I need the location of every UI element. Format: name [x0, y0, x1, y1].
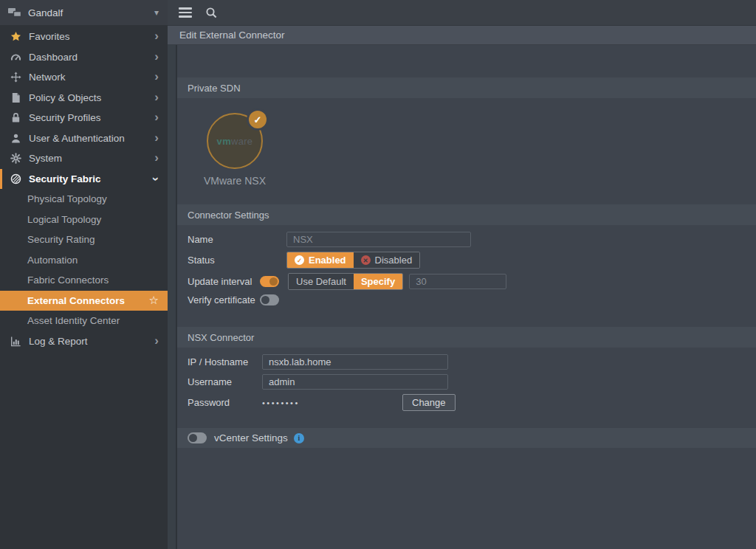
sidebar-subitem-fabric-connectors[interactable]: Fabric Connectors	[0, 270, 168, 291]
gear-icon	[10, 153, 22, 165]
connector-card-label: VMware NSX	[196, 175, 273, 187]
search-icon[interactable]	[205, 7, 218, 19]
section-header-nsx-connector: NSX Connector	[177, 327, 756, 348]
update-interval-row: Update interval Use Default Specify	[188, 273, 756, 290]
sidebar-item-security-profiles[interactable]: Security Profiles ›	[0, 108, 168, 128]
sidebar-item-policy-objects[interactable]: Policy & Objects ›	[0, 88, 168, 108]
update-interval-label: Update interval	[188, 276, 260, 287]
vcenter-settings-toggle[interactable]	[188, 432, 207, 443]
move-arrows-icon	[10, 72, 22, 83]
username-row: Username	[188, 374, 756, 390]
section-header-vcenter-settings: vCenter Settings i	[177, 428, 756, 448]
vmware-nsx-logo: vmware ✓	[207, 113, 263, 169]
name-label: Name	[188, 234, 286, 245]
sidebar-subitem-label: Logical Topology	[27, 214, 159, 225]
sidebar-item-label: Dashboard	[29, 52, 154, 63]
top-toolbar	[168, 0, 756, 26]
change-password-button[interactable]: Change	[402, 394, 456, 411]
chevron-right-icon: ›	[154, 334, 159, 348]
sidebar-item-dashboard[interactable]: Dashboard ›	[0, 47, 168, 68]
content-gutter	[168, 45, 177, 549]
page-title: Edit External Connector	[168, 26, 756, 45]
chevron-right-icon: ›	[154, 151, 159, 165]
sidebar-subitem-label: Physical Topology	[27, 193, 159, 204]
username-field[interactable]	[262, 374, 448, 390]
gauge-icon	[10, 51, 22, 63]
section-header-private-sdn: Private SDN	[177, 77, 756, 98]
sidebar-item-log-report[interactable]: Log & Report ›	[0, 331, 168, 352]
password-mask: ••••••••	[262, 398, 402, 407]
sidebar-item-network[interactable]: Network ›	[0, 67, 168, 88]
sidebar-subitem-label: Fabric Connectors	[27, 274, 159, 286]
device-selector[interactable]: Gandalf ▾	[0, 0, 168, 25]
sidebar-subitem-automation[interactable]: Automation	[0, 250, 168, 271]
device-hostname: Gandalf	[28, 7, 154, 18]
favorite-star-outline-icon[interactable]: ☆	[149, 294, 159, 307]
sidebar-item-security-fabric[interactable]: Security Fabric ›	[0, 169, 168, 190]
chevron-right-icon: ›	[154, 131, 159, 145]
ip-hostname-row: IP / Hostname	[188, 354, 756, 370]
password-row: Password •••••••• Change	[188, 394, 756, 411]
sidebar-item-label: Log & Report	[29, 336, 154, 347]
sidebar-item-label: Security Profiles	[29, 112, 154, 123]
ip-hostname-field[interactable]	[262, 354, 448, 370]
verify-certificate-label: Verify certificate	[188, 294, 260, 305]
use-default-button-label: Use Default	[296, 276, 346, 287]
use-default-button[interactable]: Use Default	[289, 274, 354, 289]
chevron-right-icon: ›	[154, 50, 159, 64]
status-enabled-button[interactable]: ✓ Enabled	[287, 252, 354, 268]
vcenter-settings-label: vCenter Settings	[214, 432, 288, 443]
enabled-button-label: Enabled	[309, 255, 346, 266]
sidebar-subitem-security-rating[interactable]: Security Rating	[0, 229, 168, 250]
sidebar-subitem-label: Automation	[27, 255, 159, 266]
chevron-right-icon: ›	[154, 30, 159, 44]
name-row: Name	[188, 232, 756, 247]
username-label: Username	[188, 376, 262, 387]
sidebar-subitem-asset-identity-center[interactable]: Asset Identity Center	[0, 311, 168, 331]
specify-button-label: Specify	[361, 276, 395, 287]
caret-down-icon: ▾	[154, 7, 159, 18]
sidebar-subitem-external-connectors[interactable]: External Connectors ☆	[0, 291, 168, 311]
fortigate-app-window: Gandalf ▾ Favorites › Dashboard ›	[0, 0, 756, 549]
star-icon	[10, 31, 22, 43]
sidebar-subitem-physical-topology[interactable]: Physical Topology	[0, 189, 168, 210]
sidebar-item-label: Network	[29, 72, 154, 83]
connector-card-vmware-nsx[interactable]: vmware ✓ VMware NSX	[196, 113, 273, 187]
status-disabled-button[interactable]: ✕ Disabled	[354, 252, 420, 268]
sidebar-subitem-label: Asset Identity Center	[27, 315, 159, 326]
sidebar-item-user-authentication[interactable]: User & Authentication ›	[0, 128, 168, 149]
sidebar-item-label: Policy & Objects	[29, 92, 154, 103]
sidebar-subitem-label: Security Rating	[27, 234, 159, 245]
update-interval-toggle[interactable]	[260, 276, 279, 287]
selected-check-badge-icon: ✓	[249, 111, 267, 128]
interval-seconds-field[interactable]	[409, 274, 506, 289]
fabric-icon	[10, 173, 22, 184]
sidebar-subitem-logical-topology[interactable]: Logical Topology	[0, 210, 168, 230]
verify-certificate-toggle[interactable]	[260, 294, 279, 305]
interval-mode-segmented-control: Use Default Specify	[288, 273, 403, 290]
sidebar: Gandalf ▾ Favorites › Dashboard ›	[0, 0, 168, 549]
document-icon	[10, 92, 22, 103]
info-icon[interactable]: i	[294, 433, 304, 443]
connector-settings-form: Name Status ✓ Enabled ✕ Disable	[177, 225, 756, 305]
sidebar-item-label: System	[29, 153, 154, 164]
status-label: Status	[188, 255, 286, 266]
sidebar-subitem-label: External Connectors	[27, 295, 149, 306]
specify-button[interactable]: Specify	[354, 274, 402, 289]
vmware-logo-text: vmware	[217, 136, 253, 147]
sidebar-item-system[interactable]: System ›	[0, 148, 168, 169]
chevron-down-icon: ›	[151, 176, 163, 181]
sidebar-item-label: Security Fabric	[29, 173, 154, 184]
name-field[interactable]	[286, 232, 471, 247]
sidebar-menu: Favorites › Dashboard › Network ›	[0, 25, 168, 351]
section-header-connector-settings: Connector Settings	[177, 204, 756, 225]
chevron-right-icon: ›	[154, 70, 159, 84]
status-row: Status ✓ Enabled ✕ Disabled	[188, 252, 756, 269]
disabled-button-label: Disabled	[375, 255, 413, 266]
form-panel: Private SDN vmware ✓ VMware NSX Connecto…	[177, 45, 756, 549]
device-cluster-icon	[7, 7, 22, 18]
sidebar-item-favorites[interactable]: Favorites ›	[0, 27, 168, 47]
status-segmented-control: ✓ Enabled ✕ Disabled	[286, 252, 420, 269]
chevron-right-icon: ›	[154, 111, 159, 125]
menu-toggle-icon[interactable]	[179, 7, 192, 18]
